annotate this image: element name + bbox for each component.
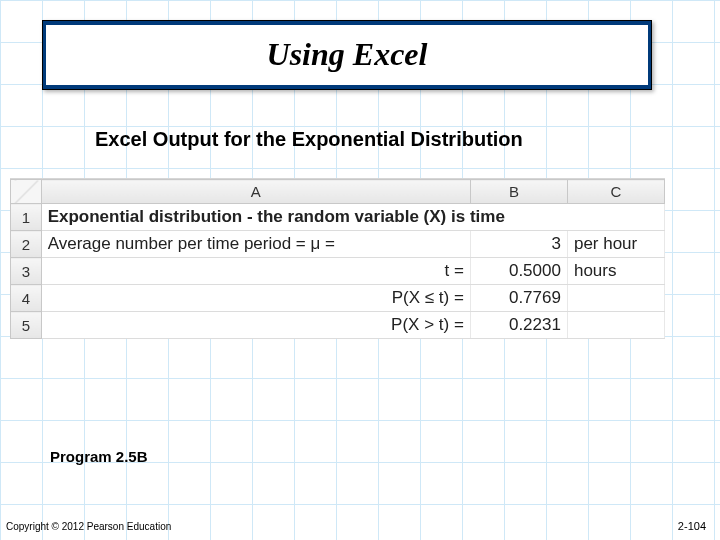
row-header: 1 [11, 204, 42, 231]
title-inner: Using Excel [46, 25, 648, 85]
row-header: 2 [11, 231, 42, 258]
cell-a4: P(X ≤ t) = [41, 285, 470, 312]
copyright-text: Copyright © 2012 Pearson Education [6, 521, 171, 532]
title-box: Using Excel [42, 20, 652, 90]
cell-a1: Exponential distribution - the random va… [41, 204, 664, 231]
table-row: 5 P(X > t) = 0.2231 [11, 312, 665, 339]
excel-table: A B C 1 Exponential distribution - the r… [10, 179, 665, 339]
cell-c2: per hour [567, 231, 664, 258]
cell-b2: 3 [470, 231, 567, 258]
cell-a2: Average number per time period = μ = [41, 231, 470, 258]
select-all-corner [11, 180, 42, 204]
cell-b5: 0.2231 [470, 312, 567, 339]
slide-subtitle: Excel Output for the Exponential Distrib… [95, 128, 523, 151]
row-header: 4 [11, 285, 42, 312]
excel-screenshot: A B C 1 Exponential distribution - the r… [10, 178, 665, 339]
table-row: 2 Average number per time period = μ = 3… [11, 231, 665, 258]
cell-b3: 0.5000 [470, 258, 567, 285]
cell-c3: hours [567, 258, 664, 285]
cell-c5 [567, 312, 664, 339]
cell-b4: 0.7769 [470, 285, 567, 312]
column-header-row: A B C [11, 180, 665, 204]
program-label: Program 2.5B [50, 448, 148, 465]
col-header-c: C [567, 180, 664, 204]
slide-title: Using Excel [267, 36, 428, 73]
col-header-b: B [470, 180, 567, 204]
table-row: 4 P(X ≤ t) = 0.7769 [11, 285, 665, 312]
table-row: 3 t = 0.5000 hours [11, 258, 665, 285]
cell-a3: t = [41, 258, 470, 285]
col-header-a: A [41, 180, 470, 204]
row-header: 5 [11, 312, 42, 339]
page-number: 2-104 [678, 520, 706, 532]
table-row: 1 Exponential distribution - the random … [11, 204, 665, 231]
cell-c4 [567, 285, 664, 312]
row-header: 3 [11, 258, 42, 285]
cell-a5: P(X > t) = [41, 312, 470, 339]
